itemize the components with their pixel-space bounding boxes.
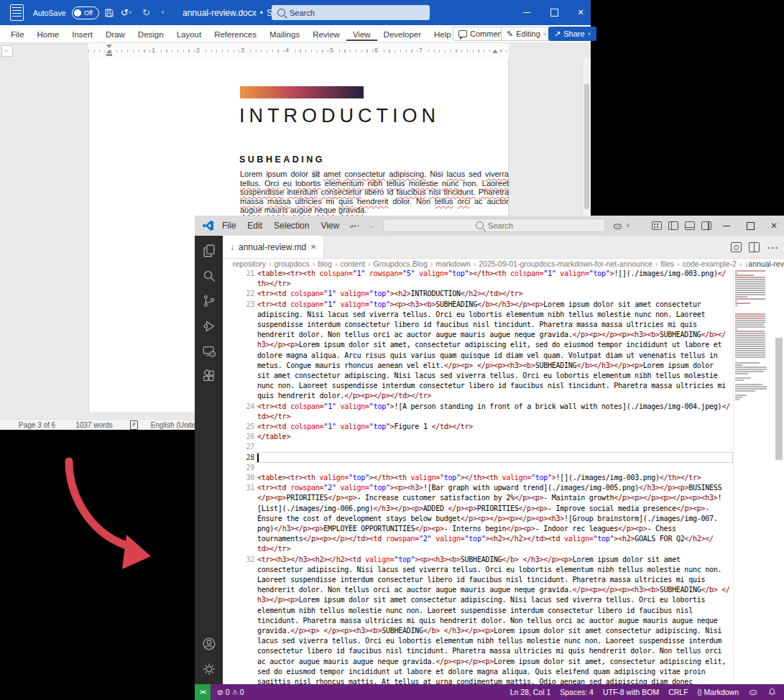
code-row[interactable]: <tr><td rowspan="2" valign="top"><p><h3>… — [257, 483, 721, 493]
ribbon-tab-design[interactable]: Design — [132, 27, 170, 41]
minimize-button[interactable] — [516, 0, 538, 25]
ribbon-tab-draw[interactable]: Draw — [99, 27, 132, 41]
maximize-button[interactable] — [739, 216, 761, 236]
remote-indicator[interactable]: >< — [195, 684, 211, 700]
editor-scrollbar[interactable] — [774, 269, 784, 684]
page-indicator[interactable]: Page 3 of 6 — [19, 421, 55, 429]
save-icon[interactable] — [104, 8, 114, 18]
code-row[interactable]: consectetur adipiscing. Nisi lacus sed v… — [257, 565, 721, 575]
code-row[interactable]: hendrerit dolor. Non tellus orci ac auct… — [257, 330, 726, 340]
code-row[interactable]: [List](./images/img-006.png)</h3></p><p>… — [257, 504, 709, 514]
breadcrumb-item[interactable]: blog — [318, 259, 332, 268]
copilot-status-icon[interactable] — [748, 687, 758, 697]
code-row[interactable]: <table><tr><th colspan="1" rowspan="5" v… — [257, 269, 726, 279]
breadcrumb-item[interactable]: code-example-2 — [683, 259, 737, 268]
breadcrumb-item[interactable]: content — [341, 259, 365, 268]
ribbon-tab-developer[interactable]: Developer — [377, 27, 428, 41]
settings-gear-icon[interactable] — [201, 661, 217, 677]
proofing-icon[interactable]: ✗ — [130, 420, 138, 430]
undo-icon[interactable]: ↺ — [121, 8, 129, 17]
code-row[interactable]: sagittis nisl rhoncus mattis. At tellus … — [257, 677, 693, 684]
code-row[interactable]: quis hendrerit dolor.</p><p></p></td></t… — [257, 391, 431, 401]
ribbon-tab-home[interactable]: Home — [31, 27, 66, 41]
code-row[interactable]: <table><tr><th valign="top"></th><th val… — [257, 473, 701, 483]
code-row[interactable]: dolore magna aliqua. Arcu risus quis var… — [257, 351, 718, 361]
share-button[interactable]: ↗ Share ˅ — [548, 27, 596, 41]
more-actions-icon[interactable]: ⋯ — [767, 241, 778, 254]
vscode-search-box[interactable]: Search — [383, 218, 606, 232]
indentation[interactable]: Spaces: 4 — [560, 688, 594, 696]
code-row[interactable]: adipiscing. Nisi lacus sed viverra tellu… — [257, 310, 705, 320]
menu-file[interactable]: File — [216, 216, 241, 236]
toggle-sidebar-icon[interactable] — [667, 216, 680, 236]
code-row[interactable]: gravida.</p><p> </p><p><h3><b>SUBHEADING… — [257, 626, 721, 636]
redo-icon[interactable]: ↻ — [142, 8, 150, 17]
ribbon-tab-view[interactable]: View — [346, 27, 377, 41]
notifications-bell-icon[interactable] — [767, 687, 777, 697]
code-row[interactable]: </p><p>PRIORITIES</p><p>- Increase custo… — [257, 493, 721, 503]
code-row[interactable]: th></tr> — [257, 279, 290, 289]
first-line-indent-marker[interactable] — [106, 45, 112, 48]
editor-scrollbar-thumb[interactable] — [775, 338, 783, 460]
nav-forward-icon[interactable]: → — [366, 216, 375, 236]
doc-paragraph[interactable]: Lorem ipsum dolor sit amet consectetur a… — [240, 170, 509, 215]
code-row[interactable]: </table> — [257, 432, 290, 442]
code-row[interactable]: hendrerit dolor. Non tellus orci ac auct… — [257, 585, 730, 595]
code-row[interactable]: sit amet consectetur adipiscing. Nisi la… — [257, 371, 718, 381]
toggle-panel-icon[interactable] — [683, 216, 696, 236]
code-row[interactable]: Ensure the cost of development stays bel… — [257, 514, 718, 524]
cursor-position[interactable]: Ln 28, Col 1 — [510, 688, 551, 696]
ribbon-tab-review[interactable]: Review — [306, 27, 346, 41]
code-row[interactable]: Laoreet suspendisse interdum consectetur… — [257, 575, 705, 585]
close-button[interactable]: ✕ — [763, 216, 784, 236]
code-row[interactable]: consectetur libero id faucibus nisl tinc… — [257, 646, 721, 656]
extensions-icon[interactable] — [201, 369, 217, 384]
code-row[interactable]: elementum nibh tellus molestie nunc non.… — [257, 606, 693, 616]
search-icon[interactable] — [201, 268, 217, 284]
left-indent-marker[interactable] — [106, 54, 112, 56]
minimap[interactable] — [733, 269, 766, 684]
word-count[interactable]: 1037 words — [75, 421, 113, 429]
ribbon-tab-layout[interactable]: Layout — [170, 27, 208, 41]
tab-close-icon[interactable]: ✕ — [310, 243, 316, 251]
code-row[interactable]: png)</h3></p><p>EMPLOYEE OPPORTUNITIES</… — [257, 524, 676, 534]
breadcrumb[interactable]: repository›groupdocs›blog›content›Groupd… — [223, 259, 784, 269]
tab-selector-icon[interactable]: ⌐ — [1, 45, 13, 57]
encoding[interactable]: UTF-8 with BOM — [603, 688, 659, 696]
breadcrumb-item[interactable]: groupdocs — [275, 259, 310, 268]
split-editor-icon[interactable] — [749, 242, 760, 252]
code-row[interactable]: tincidunt. Pharetra massa ultricies mi q… — [257, 616, 718, 626]
accounts-icon[interactable] — [201, 636, 217, 652]
ribbon-tab-references[interactable]: References — [208, 27, 263, 41]
code-row[interactable]: <tr><td colspan="1" valign="top"><h2>INT… — [257, 289, 522, 299]
open-preview-icon[interactable] — [731, 242, 742, 252]
editing-button[interactable]: ✎ Editing ˅ — [501, 27, 553, 41]
ribbon-tab-insert[interactable]: Insert — [65, 27, 99, 41]
code-row[interactable]: <tr><td colspan="1" valign="top">Figure … — [257, 422, 473, 432]
problems-indicator[interactable]: ⊘ 0 ⚠ 0 — [217, 688, 244, 696]
breadcrumb-item[interactable]: markdown — [435, 259, 470, 268]
word-scrollbar-thumb[interactable] — [584, 83, 589, 209]
customize-layout-icon[interactable] — [650, 216, 663, 236]
code-row[interactable]: td></tr> — [257, 544, 290, 554]
menu-edit[interactable]: Edit — [241, 216, 268, 236]
undo-caret-icon[interactable]: ˅ — [129, 9, 132, 16]
menu-view[interactable]: View — [315, 216, 345, 236]
code-row[interactable]: <tr><td colspan="1" valign="top"><p><h3>… — [257, 300, 701, 310]
word-search-box[interactable]: Search — [272, 5, 430, 20]
breadcrumb-item[interactable]: Groupdocs.Blog — [373, 259, 427, 268]
code-row[interactable]: h3></p><p>Lorem ipsum dolor sit amet con… — [257, 595, 705, 605]
code-row[interactable]: lacus sed viverra tellus. Orci eu lobort… — [257, 636, 721, 646]
explorer-icon[interactable] — [201, 243, 217, 259]
code-row[interactable]: td></tr> — [257, 412, 290, 422]
ribbon-tab-mailings[interactable]: Mailings — [263, 27, 306, 41]
code-row[interactable]: h3></p><p>Lorem ipsum dolor sit amet, co… — [257, 340, 721, 350]
copilot-icon[interactable] — [610, 216, 624, 236]
toggle-secondary-sidebar-icon[interactable] — [700, 216, 713, 236]
quick-access-caret-icon[interactable]: ˅ — [161, 9, 165, 16]
code-row[interactable]: <tr><td colspan="1" valign="top">![A per… — [257, 402, 730, 412]
run-debug-icon[interactable] — [201, 318, 217, 334]
copilot-caret-icon[interactable]: ˅ — [626, 216, 629, 236]
breadcrumb-item[interactable]: 2025-09-01-groupdocs-markdown-for-net-an… — [479, 259, 652, 268]
breadcrumb-item[interactable]: annual-review.md — [748, 259, 784, 268]
